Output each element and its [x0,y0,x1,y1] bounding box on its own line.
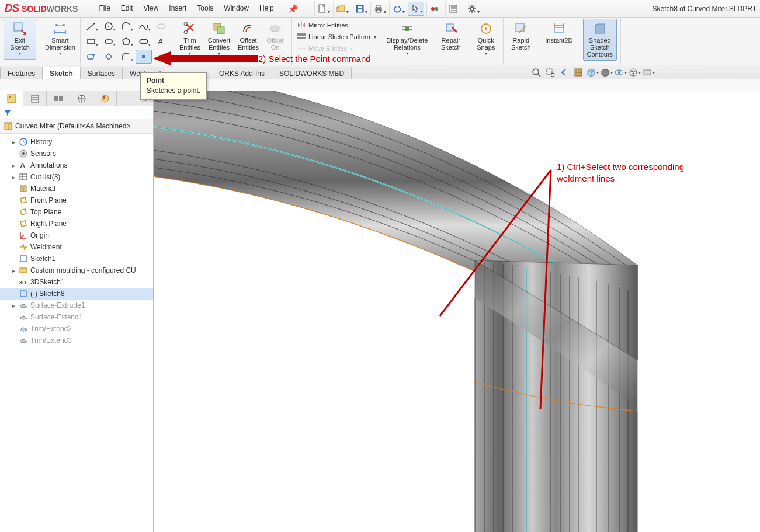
display-style-icon[interactable] [600,67,613,78]
options-gear-button[interactable]: ▾ [464,2,480,16]
svg-point-68 [632,73,634,75]
tree-node-material-not-specified[interactable]: Material [0,183,153,194]
tree-node-right-plane[interactable]: Right Plane [0,218,153,230]
tab-surfaces[interactable]: Surfaces [80,67,123,79]
svg-rect-5 [377,5,380,8]
filter-bar[interactable] [0,106,153,119]
point-tool[interactable] [136,50,152,64]
new-doc-button[interactable]: ▾ [314,2,331,16]
svg-rect-43 [297,33,300,36]
svg-rect-51 [405,27,409,31]
tree-node-top-plane[interactable]: Top Plane [0,206,153,218]
tab-addins[interactable]: ORKS Add-Ins [217,67,272,79]
circle-tool[interactable]: ▾ [100,19,117,33]
polygon-tool[interactable]: ▾ [118,34,134,48]
pin-icon[interactable]: 📌 [283,2,303,16]
polygon2-tool[interactable] [100,50,117,64]
tree-node-surface-extend1[interactable]: Surface-Extend1 [0,311,153,323]
menu-window[interactable]: Window [219,2,254,16]
rectangle-tool[interactable]: ▾ [83,34,99,48]
svg-point-35 [92,54,95,56]
ellipse2-tool[interactable]: ▾ [136,34,152,48]
text-tool[interactable]: A [153,34,169,48]
tab-mbd[interactable]: SOLIDWORKS MBD [272,67,352,79]
display-delete-relations-button[interactable]: Display/Delete Relations▾ [385,19,429,60]
svg-line-25 [87,23,95,30]
menu-file[interactable]: File [94,2,114,16]
mirror-entities-button[interactable]: Mirror Entities [296,20,377,30]
svg-point-80 [102,95,109,102]
spline-tool[interactable]: ▾ [136,19,152,33]
shaded-sketch-contours-button[interactable]: Shaded Sketch Contours [583,19,617,61]
fillet-tool[interactable]: ▾ [118,50,134,64]
exit-sketch-button[interactable]: Exit Sketch ▾ [4,19,36,60]
menu-view[interactable]: View [139,2,164,16]
svg-rect-29 [88,39,95,44]
save-button[interactable]: ▾ [352,2,368,16]
quick-snaps-button[interactable]: Quick Snaps▾ [473,19,499,60]
tab-features[interactable]: Features [0,67,43,79]
section-view-icon[interactable] [572,67,585,78]
menu-insert[interactable]: Insert [164,2,191,16]
undo-button[interactable]: ▾ [389,2,405,16]
slot-tool[interactable]: ▾ [100,34,117,48]
dimxpert-tab[interactable] [70,91,93,106]
line-tool[interactable]: ▾ [83,19,99,33]
edit-appearance-icon[interactable] [628,67,641,78]
ellipse-tool[interactable] [153,19,169,33]
menu-edit[interactable]: Edit [116,2,138,16]
tree-node-front-plane[interactable]: Front Plane [0,194,153,206]
rebuild-button[interactable] [426,2,443,16]
tree-node-surface-extrude1[interactable]: ▸Surface-Extrude1 [0,300,153,311]
repair-sketch-button[interactable]: Repair Sketch [437,19,465,54]
tab-sketch[interactable]: Sketch [42,67,80,79]
zoom-area-icon[interactable] [544,67,557,78]
print-button[interactable]: ▾ [370,2,387,16]
svg-point-27 [108,26,109,27]
menu-help[interactable]: Help [255,2,279,16]
tree-node-trim-extend3[interactable]: Trim/Extend3 [0,335,153,346]
options-list-button[interactable] [445,2,461,16]
tooltip-body: Sketches a point. [147,86,200,95]
tree-node-3dsketch1[interactable]: 3D3DSketch1 [0,276,153,288]
tree-node-origin[interactable]: Origin [0,230,153,241]
tree-node-trim-extend2[interactable]: Trim/Extend2 [0,323,153,335]
ds-logo-icon: DS [5,2,19,15]
svg-point-8 [435,7,438,11]
tree-node-sketch8[interactable]: (-) Sketch8 [0,288,153,300]
plane-tool[interactable] [83,50,99,64]
graphics-viewport[interactable]: 1) Ctrl+Select two corresponding weldmen… [154,91,760,532]
tree-node-weldment[interactable]: Weldment [0,241,153,253]
linear-pattern-button[interactable]: Linear Sketch Pattern▾ [296,32,377,42]
point-tooltip: Point Sketches a point. [140,72,207,100]
svg-marker-36 [106,54,112,60]
instant2d-button[interactable]: Instant2D [543,19,575,47]
open-doc-button[interactable]: ▾ [333,2,349,16]
zoom-fit-icon[interactable] [530,67,543,78]
svg-rect-37 [142,55,145,58]
select-button[interactable]: ▾ [408,2,424,16]
feature-tree-tab[interactable] [0,91,23,106]
configuration-manager-tab[interactable] [47,91,70,106]
tree-node-history[interactable]: ▸History [0,136,153,148]
tree-node-sketch1[interactable]: Sketch1 [0,253,153,265]
svg-text:A: A [20,161,26,170]
arc-tool[interactable]: ▾ [118,19,134,33]
smart-dimension-button[interactable]: Smart Dimension ▾ [44,19,77,60]
hide-show-icon[interactable] [614,67,627,78]
tree-node-cut-list-3[interactable]: ▸Cut list(3) [0,171,153,183]
previous-view-icon[interactable] [558,67,571,78]
feature-tree: ▸HistorySensors▸AAnnotations▸Cut list(3)… [0,134,153,532]
move-entities-button[interactable]: Move Entities▾ [296,43,377,54]
view-orientation-icon[interactable] [586,67,599,78]
property-manager-tab[interactable] [23,91,47,106]
apply-scene-icon[interactable] [642,67,655,78]
rapid-sketch-button[interactable]: Rapid Sketch [507,19,535,54]
tree-node-custom-moulding-configured-cu[interactable]: ▸Custom moulding - configured CU [0,265,153,276]
display-manager-tab[interactable] [93,91,117,106]
tree-node-sensors[interactable]: Sensors [0,148,153,159]
menu-tools[interactable]: Tools [192,2,218,16]
tree-root-node[interactable]: Curved Miter (Default<As Machined> [0,119,153,134]
tree-node-annotations[interactable]: ▸AAnnotations [0,159,153,171]
svg-line-58 [538,74,540,77]
